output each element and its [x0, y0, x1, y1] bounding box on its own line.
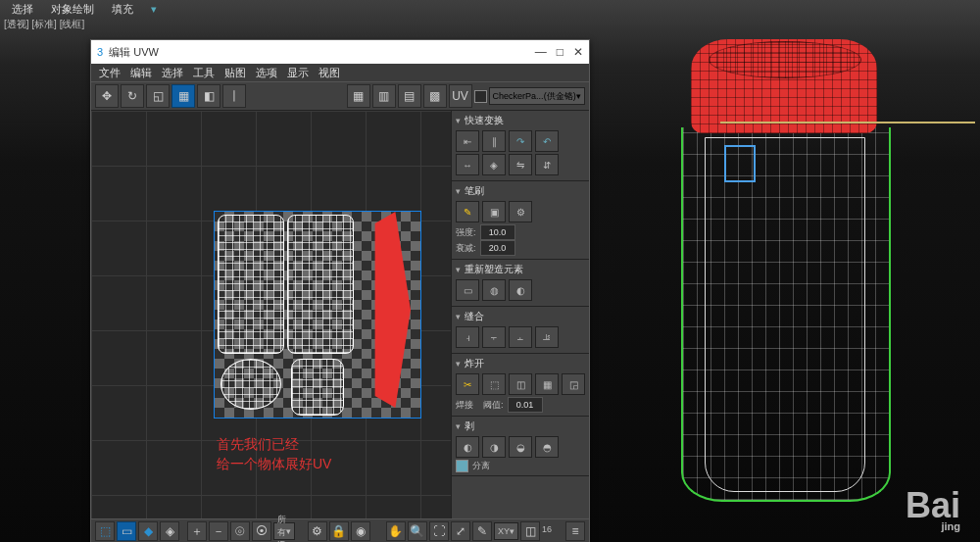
straighten-icon[interactable]: ▭ [456, 279, 479, 301]
uvw-menubar: 文件 编辑 选择 工具 贴图 选项 显示 视图 [91, 64, 589, 81]
bottle-inner-edge [705, 137, 865, 492]
minimize-button[interactable]: — [535, 45, 547, 59]
peel-a-icon[interactable]: ◐ [456, 436, 479, 458]
object-bottle[interactable] [681, 39, 887, 500]
rotate-ccw-icon[interactable]: ↶ [535, 130, 559, 152]
stitch-a-icon[interactable]: ⫞ [456, 326, 479, 348]
align-left-icon[interactable]: ⇤ [456, 130, 479, 152]
sel-ring-icon[interactable]: ⦾ [230, 521, 250, 541]
uv-shell-2[interactable] [287, 215, 354, 354]
relax-brush-icon[interactable]: ▣ [482, 201, 506, 222]
zoom-tool[interactable]: 🔍 [408, 521, 427, 541]
uv-shell-3[interactable] [220, 359, 281, 410]
menu-select[interactable]: 选择 [12, 0, 33, 18]
zoom-region-tool[interactable]: ⛶ [429, 521, 449, 541]
menu-map[interactable]: 贴图 [224, 66, 246, 80]
uv-toggle[interactable]: UV [449, 84, 472, 108]
mirror-tool[interactable]: ◧ [197, 84, 220, 108]
explode-e-icon[interactable]: ◲ [562, 373, 585, 395]
break-icon[interactable]: ✂ [456, 373, 479, 395]
rotate-tool[interactable]: ↻ [121, 84, 144, 108]
uv-space[interactable] [215, 212, 420, 418]
flip-h-icon[interactable]: ⇋ [509, 154, 532, 175]
freeform-tool[interactable]: ▦ [172, 84, 195, 108]
options-icon[interactable]: ⚙ [308, 521, 327, 541]
lock-icon[interactable]: 🔒 [329, 521, 349, 541]
sel-loop-icon[interactable]: ⦿ [252, 521, 271, 541]
separate-checkbox[interactable] [456, 460, 468, 472]
menu-obj-draw[interactable]: 对象绘制 [51, 0, 94, 18]
checker-toggle[interactable] [474, 90, 487, 103]
close-button[interactable]: ✕ [573, 45, 583, 59]
all-id-dropdown[interactable]: 所有 ID▾ [273, 522, 295, 540]
spread-h-icon[interactable]: ↔ [456, 154, 479, 175]
menu-view[interactable]: 视图 [318, 66, 340, 80]
selection-box [724, 145, 756, 182]
expand-icon[interactable]: ≡ [565, 521, 585, 541]
menu-file[interactable]: 文件 [99, 66, 121, 80]
strength-input[interactable]: 10.0 [480, 224, 515, 240]
menu-dropdown-icon[interactable]: ▾ [151, 0, 157, 18]
explode-c-icon[interactable]: ◫ [509, 373, 532, 395]
maximize-button[interactable]: □ [557, 45, 564, 59]
grid-d-icon[interactable]: ▩ [423, 84, 447, 108]
scale-tool[interactable]: ◱ [146, 84, 170, 108]
center-icon[interactable]: ◈ [482, 154, 506, 175]
explode-d-icon[interactable]: ▦ [535, 373, 559, 395]
uv-shell-4[interactable] [291, 359, 344, 416]
uvw-canvas[interactable]: 首先我们已经 给一个物体展好UV [91, 111, 451, 518]
snap-icon[interactable]: ◫ [520, 521, 540, 541]
menu-select2[interactable]: 选择 [162, 66, 183, 80]
panel-brush: 笔刷 ✎ ▣ ⚙ 强度: 10.0 衰减: 20.0 [452, 181, 589, 260]
brush-settings-icon[interactable]: ⚙ [509, 201, 532, 222]
grid-b-icon[interactable]: ▥ [372, 84, 396, 108]
stitch-d-icon[interactable]: ⫡ [535, 326, 559, 348]
sel-edge-icon[interactable]: ▭ [117, 521, 136, 541]
sel-face-icon[interactable]: ◆ [138, 521, 158, 541]
menu-tool[interactable]: 工具 [193, 66, 215, 80]
panel-reshape: 重新塑造元素 ▭ ◍ ◐ [452, 260, 589, 307]
stitch-c-icon[interactable]: ⫠ [509, 326, 532, 348]
grid-a-icon[interactable]: ▦ [347, 84, 370, 108]
peel-b-icon[interactable]: ◑ [482, 436, 506, 458]
window-titlebar[interactable]: 3 编辑 UVW — □ ✕ [91, 40, 589, 64]
reshape-icon[interactable]: ◐ [509, 279, 532, 301]
menu-edit[interactable]: 编辑 [130, 66, 152, 80]
move-tool[interactable]: ✥ [95, 84, 119, 108]
brush-status-icon[interactable]: ✎ [472, 521, 492, 541]
zoom-value[interactable]: 16 [542, 524, 564, 538]
zoom-fit-tool[interactable]: ⤢ [451, 521, 470, 541]
xy-dropdown[interactable]: XY▾ [494, 522, 518, 540]
threshold-input[interactable]: 0.01 [508, 397, 543, 413]
uvw-toolbar: ✥ ↻ ◱ ▦ ◧ 〡 ▦ ▥ ▤ ▩ UV CheckerPa...(供金铬)… [91, 81, 589, 111]
sel-elem-icon[interactable]: ◈ [160, 521, 179, 541]
peel-c-icon[interactable]: ◒ [509, 436, 532, 458]
stitch-b-icon[interactable]: ⫟ [482, 326, 506, 348]
menu-display[interactable]: 显示 [287, 66, 309, 80]
peel-d-icon[interactable]: ◓ [535, 436, 559, 458]
pick-icon[interactable]: ◉ [351, 521, 370, 541]
hand-tool[interactable]: ✋ [386, 521, 406, 541]
sel-minus-icon[interactable]: － [209, 521, 228, 541]
rotate-cw-icon[interactable]: ↷ [509, 130, 532, 152]
brush-tool[interactable]: 〡 [222, 84, 246, 108]
sel-vert-icon[interactable]: ⬚ [95, 521, 115, 541]
checker-map-dropdown[interactable]: CheckerPa...(供金铬)▾ [489, 87, 586, 105]
brush-icon[interactable]: ✎ [456, 201, 479, 222]
flip-v-icon[interactable]: ⇵ [535, 154, 559, 175]
annotation-1: 首先我们已经 [217, 436, 299, 454]
viewport-3d[interactable] [588, 0, 980, 542]
grid-c-icon[interactable]: ▤ [398, 84, 421, 108]
uvw-editor-window[interactable]: 3 编辑 UVW — □ ✕ 文件 编辑 选择 工具 贴图 选项 显示 视图 ✥… [90, 39, 590, 542]
panel-title: 笔刷 [465, 184, 484, 198]
menu-fill[interactable]: 填充 [112, 0, 133, 18]
viewport-label: [透视] [标准] [线框] [4, 18, 84, 31]
sel-plus-icon[interactable]: ＋ [187, 521, 207, 541]
uv-shell-selected[interactable] [360, 212, 411, 408]
uv-shell-1[interactable] [218, 215, 284, 354]
relax-icon[interactable]: ◍ [482, 279, 506, 301]
align-h-icon[interactable]: ∥ [482, 130, 506, 152]
falloff-input[interactable]: 20.0 [480, 240, 515, 256]
explode-b-icon[interactable]: ⬚ [482, 373, 506, 395]
menu-option[interactable]: 选项 [256, 66, 277, 80]
